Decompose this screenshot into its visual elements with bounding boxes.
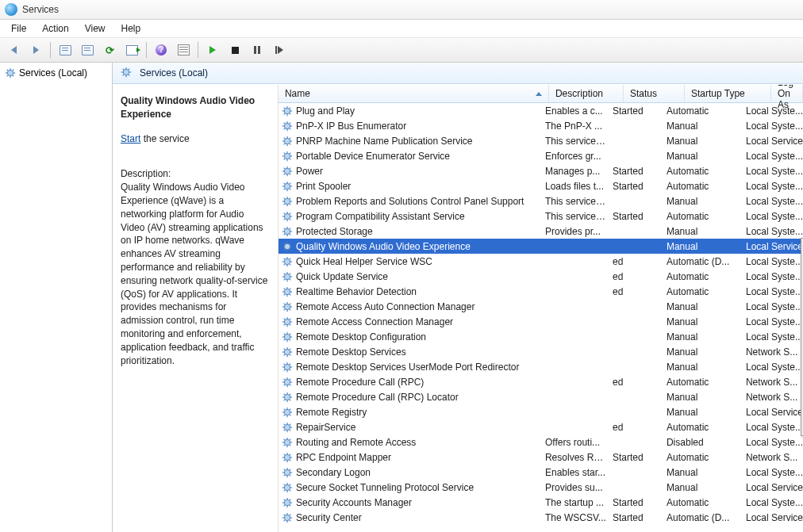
service-row[interactable]: Secondary LogonEnables star...ManualLoca… xyxy=(279,465,803,480)
service-logon: Local Syste... xyxy=(740,196,803,207)
service-row[interactable]: Problem Reports and Solutions Control Pa… xyxy=(279,193,803,209)
svg-line-53 xyxy=(290,152,291,154)
svg-line-69 xyxy=(290,188,291,189)
service-row[interactable]: Remote Access Auto Connection ManagerMan… xyxy=(279,299,803,314)
help-icon: ? xyxy=(156,44,167,55)
service-row[interactable]: Portable Device Enumerator ServiceEnforc… xyxy=(279,148,803,163)
service-row[interactable]: Remote Desktop ServicesManualNetwork S..… xyxy=(279,344,803,359)
service-row[interactable]: Quality Windows Audio Video ExperienceMa… xyxy=(279,239,803,254)
service-name: Secondary Logon xyxy=(296,467,371,478)
service-logon: Local Syste... xyxy=(740,437,803,448)
show-hide-tree-button[interactable] xyxy=(55,40,75,60)
column-header-status[interactable]: Status xyxy=(624,85,685,102)
nav-forward-button[interactable] xyxy=(25,40,46,60)
service-startup: Automatic xyxy=(660,271,740,282)
service-row[interactable]: Print SpoolerLoads files t...StartedAuto… xyxy=(279,178,803,193)
service-status: Started xyxy=(606,512,660,523)
service-row[interactable]: Realtime Behavior DetectionedAutomaticLo… xyxy=(279,284,803,299)
svg-line-113 xyxy=(284,258,286,259)
svg-point-216 xyxy=(284,439,290,445)
column-header-name[interactable]: Name xyxy=(279,85,549,102)
gear-icon xyxy=(282,151,293,162)
menu-file[interactable]: File xyxy=(3,21,34,36)
service-row[interactable]: Remote Procedure Call (RPC) LocatorManua… xyxy=(279,389,803,404)
help-button[interactable]: ? xyxy=(151,40,171,60)
service-row[interactable]: Protected StorageProvides pr...ManualLoc… xyxy=(279,224,803,239)
service-row[interactable]: Security Accounts ManagerThe startup ...… xyxy=(279,495,803,510)
service-row[interactable]: Quick Update ServiceedAutomaticLocal Sys… xyxy=(279,269,803,284)
pause-service-button[interactable] xyxy=(247,40,267,60)
restart-service-button[interactable] xyxy=(269,40,290,60)
menu-action[interactable]: Action xyxy=(34,21,76,36)
service-logon: Network S... xyxy=(740,377,803,388)
menu-view[interactable]: View xyxy=(77,21,113,36)
service-description: Resolves RP... xyxy=(539,452,606,463)
service-startup: Disabled xyxy=(660,437,740,448)
svg-line-14 xyxy=(123,69,125,71)
gear-icon xyxy=(282,482,293,493)
service-row[interactable]: Remote Access Connection ManagerManualLo… xyxy=(279,314,803,329)
svg-line-160 xyxy=(284,339,286,340)
service-row[interactable]: Secure Socket Tunneling Protocol Service… xyxy=(279,480,803,495)
nav-back-button[interactable] xyxy=(3,40,24,60)
svg-line-123 xyxy=(290,278,291,280)
service-startup: Automatic xyxy=(660,166,740,177)
service-row[interactable]: Remote Desktop ConfigurationManualLocal … xyxy=(279,329,803,344)
service-row[interactable]: Plug and PlayEnables a c...StartedAutoma… xyxy=(279,103,803,118)
export-button[interactable] xyxy=(121,40,142,60)
svg-line-116 xyxy=(290,258,291,259)
svg-line-239 xyxy=(284,469,286,470)
menubar: File Action View Help xyxy=(0,20,803,38)
service-row[interactable]: Quick Heal Helper Service WSCedAutomatic… xyxy=(279,254,803,269)
menu-help[interactable]: Help xyxy=(113,21,149,36)
service-status: ed xyxy=(606,286,660,297)
service-row[interactable]: Remote RegistryManualLocal Service xyxy=(279,404,803,419)
svg-line-62 xyxy=(290,167,291,169)
service-status: Started xyxy=(606,211,660,222)
svg-point-0 xyxy=(7,70,13,75)
service-row[interactable]: Program Compatibility Assistant ServiceT… xyxy=(279,209,803,224)
service-row[interactable]: Remote Desktop Services UserMode Port Re… xyxy=(279,359,803,374)
svg-line-167 xyxy=(284,348,286,350)
refresh-button[interactable]: ⟳ xyxy=(99,40,120,60)
service-row[interactable]: RPC Endpoint MapperResolves RP...Started… xyxy=(279,450,803,465)
column-header-startup[interactable]: Startup Type xyxy=(685,85,771,102)
service-name: Routing and Remote Access xyxy=(296,437,416,448)
svg-line-43 xyxy=(284,143,286,144)
service-row[interactable]: Routing and Remote AccessOffers routi...… xyxy=(279,434,803,450)
service-startup: Automatic xyxy=(660,377,740,388)
service-row[interactable]: PnP-X IP Bus EnumeratorThe PnP-X ...Manu… xyxy=(279,118,803,133)
details-button[interactable] xyxy=(77,40,98,60)
tree-item-services-local[interactable]: Services (Local) xyxy=(0,66,112,80)
svg-line-240 xyxy=(290,474,291,476)
svg-line-96 xyxy=(290,233,291,235)
gear-icon xyxy=(282,377,293,388)
start-service-button[interactable] xyxy=(202,40,223,60)
svg-line-134 xyxy=(290,288,291,289)
service-status: Started xyxy=(606,497,660,508)
service-logon: Local Syste... xyxy=(740,497,803,508)
service-description: Provides su... xyxy=(539,482,606,493)
svg-line-61 xyxy=(284,173,286,174)
svg-point-153 xyxy=(284,334,290,339)
svg-line-122 xyxy=(284,273,286,274)
service-logon: Local Service xyxy=(740,482,803,493)
properties-button[interactable] xyxy=(173,40,194,60)
service-startup: Manual xyxy=(660,362,740,373)
svg-line-170 xyxy=(290,348,291,350)
start-service-link[interactable]: Start xyxy=(121,133,140,144)
column-header-description[interactable]: Description xyxy=(549,85,624,102)
service-name: Program Compatibility Assistant Service xyxy=(296,211,465,222)
service-row[interactable]: RepairServiceedAutomaticLocal Syste... xyxy=(279,419,803,434)
service-startup: Automatic xyxy=(660,422,740,433)
service-row[interactable]: PowerManages p...StartedAutomaticLocal S… xyxy=(279,163,803,178)
service-row[interactable]: Security CenterThe WSCSV...StartedAutoma… xyxy=(279,510,803,525)
svg-line-88 xyxy=(284,218,286,220)
info-desc-label: Description: xyxy=(121,167,270,181)
service-startup: Manual xyxy=(660,316,740,327)
tree-pane: Services (Local) xyxy=(0,63,113,532)
stop-service-button[interactable] xyxy=(225,40,245,60)
column-header-logon[interactable]: Log On As xyxy=(771,85,803,102)
service-row[interactable]: PNRP Machine Name Publication ServiceThi… xyxy=(279,133,803,148)
service-row[interactable]: Remote Procedure Call (RPC)edAutomaticNe… xyxy=(279,374,803,389)
